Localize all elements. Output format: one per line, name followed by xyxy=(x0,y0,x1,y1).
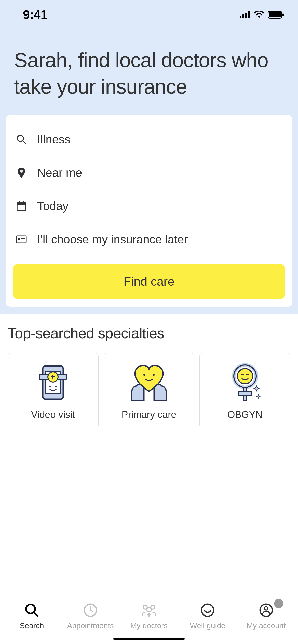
tab-my-account[interactable]: My account xyxy=(237,603,295,630)
search-insurance-value: I'll choose my insurance later xyxy=(37,232,188,246)
svg-point-43 xyxy=(201,604,214,616)
wifi-icon xyxy=(254,11,264,19)
svg-rect-5 xyxy=(269,12,281,17)
svg-line-37 xyxy=(90,610,93,612)
primary-care-icon xyxy=(129,363,169,402)
home-indicator[interactable] xyxy=(113,638,185,640)
obgyn-icon xyxy=(225,363,265,402)
svg-rect-11 xyxy=(17,202,26,205)
cellular-icon xyxy=(240,11,250,18)
search-insurance-row[interactable]: I'll choose my insurance later xyxy=(13,223,285,256)
tab-label: My doctors xyxy=(130,621,168,630)
clock-icon xyxy=(83,603,98,618)
status-icons xyxy=(240,11,284,19)
tab-well-guide[interactable]: Well guide xyxy=(178,603,237,630)
tab-my-doctors[interactable]: My doctors xyxy=(120,603,178,630)
svg-point-26 xyxy=(143,374,145,376)
specialties-row: Video visit Primary care xyxy=(8,353,290,428)
search-condition-value: Illness xyxy=(37,133,70,146)
specialty-label: Video visit xyxy=(31,409,75,420)
svg-point-9 xyxy=(20,170,23,173)
hero-section: 9:41 Sarah, find local doctors who take … xyxy=(0,0,298,314)
location-icon xyxy=(16,168,27,178)
svg-rect-15 xyxy=(18,238,20,240)
search-condition-row[interactable]: Illness xyxy=(13,123,285,156)
find-care-button[interactable]: Find care xyxy=(13,264,285,299)
tab-search[interactable]: Search xyxy=(3,603,61,630)
insurance-card-icon xyxy=(16,235,27,243)
svg-rect-2 xyxy=(245,13,247,18)
svg-line-8 xyxy=(23,141,25,143)
svg-rect-3 xyxy=(248,11,250,18)
svg-point-27 xyxy=(153,374,155,376)
svg-rect-6 xyxy=(282,13,284,16)
svg-point-25 xyxy=(55,386,57,387)
svg-point-24 xyxy=(49,386,51,387)
tab-label: Appointments xyxy=(67,621,114,630)
specialties-section: Top-searched specialties Video visit xyxy=(0,314,298,596)
smile-icon xyxy=(200,603,215,618)
status-bar: 9:41 xyxy=(0,0,298,27)
search-icon xyxy=(16,134,27,144)
tab-label: Well guide xyxy=(190,621,225,630)
svg-point-45 xyxy=(264,607,268,610)
page-title: Sarah, find local doctors who take your … xyxy=(0,27,298,115)
status-time: 9:41 xyxy=(23,8,47,22)
tab-label: My account xyxy=(247,621,286,630)
specialty-card-obgyn[interactable]: OBGYN xyxy=(199,353,290,428)
account-icon xyxy=(259,603,273,618)
tab-label: Search xyxy=(20,621,44,630)
search-date-row[interactable]: Today xyxy=(13,189,285,223)
video-visit-icon xyxy=(35,363,71,402)
specialty-card-video[interactable]: Video visit xyxy=(8,353,99,428)
svg-rect-0 xyxy=(240,16,241,18)
search-icon xyxy=(24,603,39,618)
specialties-title: Top-searched specialties xyxy=(8,325,290,342)
svg-point-40 xyxy=(147,607,151,612)
tab-appointments[interactable]: Appointments xyxy=(61,603,120,630)
search-date-value: Today xyxy=(37,199,69,213)
svg-rect-32 xyxy=(239,392,251,396)
search-card: Illness Near me Today xyxy=(6,115,292,307)
svg-line-34 xyxy=(34,612,38,616)
doctors-icon xyxy=(140,603,158,618)
svg-rect-1 xyxy=(242,14,244,18)
specialty-label: OBGYN xyxy=(227,409,262,420)
svg-point-30 xyxy=(237,369,253,384)
notification-dot xyxy=(274,599,283,608)
calendar-icon xyxy=(16,201,27,211)
battery-icon xyxy=(268,11,284,19)
specialty-label: Primary care xyxy=(121,409,176,420)
specialty-card-primary[interactable]: Primary care xyxy=(104,353,195,428)
search-location-value: Near me xyxy=(37,166,82,180)
search-location-row[interactable]: Near me xyxy=(13,156,285,189)
tab-bar: Search Appointments My doctors xyxy=(0,596,298,633)
